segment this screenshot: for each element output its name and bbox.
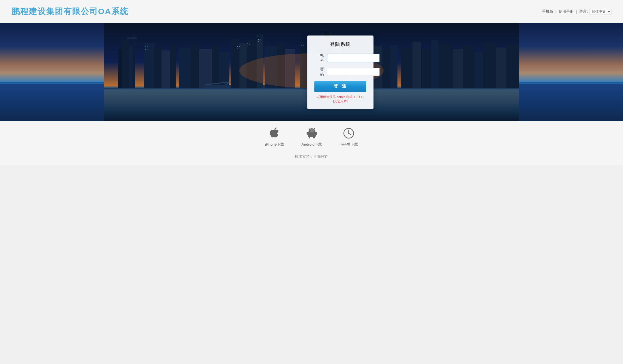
login-button[interactable]: 登 陆 — [314, 81, 366, 92]
footer-downloads: iPhone下载 — [0, 121, 623, 152]
secretary-icon — [342, 127, 355, 140]
svg-rect-50 — [421, 49, 431, 88]
apple-svg — [269, 127, 280, 139]
svg-rect-17 — [199, 49, 212, 88]
svg-rect-11 — [145, 46, 146, 47]
language-label: 语言: — [579, 9, 588, 14]
separator-2: | — [576, 10, 577, 14]
secretary-label: 小秘书下载 — [339, 142, 358, 147]
svg-rect-9 — [162, 50, 170, 88]
svg-rect-68 — [247, 46, 248, 46]
svg-rect-73 — [301, 45, 302, 46]
top-bar: 鹏程建设集团有限公司OA系统 手机版 | 使用手册 | 语言: 简体中文 Eng… — [0, 0, 623, 23]
svg-rect-90 — [316, 132, 317, 135]
login-title: 登陆系统 — [314, 42, 366, 48]
svg-rect-47 — [390, 45, 397, 88]
svg-rect-13 — [145, 49, 146, 50]
android-svg — [307, 127, 317, 139]
svg-rect-15 — [179, 48, 190, 88]
svg-rect-53 — [453, 49, 463, 88]
password-label: 密 码 — [314, 67, 325, 77]
language-select[interactable]: 简体中文 English — [590, 9, 611, 14]
svg-rect-64 — [237, 46, 238, 47]
svg-rect-52 — [438, 45, 453, 88]
iphone-download[interactable]: iPhone下载 — [265, 127, 284, 147]
svg-rect-16 — [190, 45, 199, 88]
login-card: 登陆系统 帐 号 密 码 登 陆 试用版管理员:admin 密码:111111 … — [307, 35, 374, 109]
svg-point-84 — [312, 130, 313, 131]
svg-rect-49 — [412, 42, 421, 88]
hero-banner: 登陆系统 帐 号 密 码 登 陆 试用版管理员:admin 密码:111111 … — [0, 23, 623, 121]
svg-rect-72 — [258, 41, 259, 42]
android-label: Android下载 — [301, 142, 322, 147]
site-title: 鹏程建设集团有限公司OA系统 — [12, 6, 129, 17]
account-input[interactable] — [327, 54, 380, 62]
svg-point-82 — [309, 129, 314, 132]
svg-rect-14 — [147, 49, 148, 50]
iphone-label: iPhone下载 — [265, 142, 284, 147]
top-nav: 手机版 | 使用手册 | 语言: 简体中文 English — [542, 9, 611, 14]
password-input[interactable] — [327, 68, 380, 76]
svg-rect-51 — [431, 40, 438, 88]
svg-rect-74 — [303, 45, 304, 46]
svg-rect-67 — [247, 43, 248, 44]
password-row: 密 码 — [314, 67, 366, 77]
svg-rect-89 — [307, 132, 308, 135]
svg-rect-6 — [127, 37, 137, 39]
svg-line-86 — [314, 128, 315, 130]
svg-rect-28 — [231, 39, 239, 88]
svg-rect-12 — [147, 46, 148, 47]
svg-rect-69 — [249, 44, 250, 45]
svg-rect-48 — [401, 48, 412, 88]
svg-rect-87 — [309, 136, 310, 138]
android-icon — [305, 127, 318, 140]
clock-svg — [343, 128, 354, 139]
account-label: 帐 号 — [314, 53, 325, 63]
svg-line-85 — [309, 128, 310, 130]
account-row: 帐 号 — [314, 53, 366, 63]
separator-1: | — [556, 10, 556, 14]
svg-rect-65 — [237, 48, 238, 49]
svg-rect-4 — [118, 49, 122, 88]
svg-rect-2 — [121, 40, 129, 88]
svg-rect-66 — [239, 46, 240, 47]
footer-support: 技术支持：汇简软件 — [0, 152, 623, 165]
svg-rect-56 — [483, 43, 496, 88]
svg-rect-55 — [474, 52, 483, 88]
svg-rect-57 — [496, 48, 506, 88]
svg-point-83 — [310, 130, 311, 131]
svg-rect-8 — [154, 48, 162, 88]
svg-rect-58 — [506, 45, 519, 88]
iphone-icon — [268, 127, 281, 140]
svg-rect-70 — [258, 39, 259, 40]
svg-point-94 — [348, 133, 349, 134]
svg-rect-71 — [260, 39, 260, 40]
support-text: 技术支持：汇简软件 — [295, 154, 329, 159]
mobile-link[interactable]: 手机版 — [542, 9, 553, 14]
svg-rect-10 — [170, 45, 176, 88]
manual-link[interactable]: 使用手册 — [559, 9, 574, 14]
svg-rect-54 — [463, 46, 474, 88]
svg-rect-18 — [212, 46, 219, 88]
svg-rect-5 — [133, 35, 135, 88]
android-download[interactable]: Android下载 — [301, 127, 322, 147]
svg-rect-88 — [313, 136, 315, 138]
demo-info: 试用版管理员:admin 密码:111111 [其它用户] — [314, 95, 366, 104]
secretary-download[interactable]: 小秘书下载 — [339, 127, 358, 147]
